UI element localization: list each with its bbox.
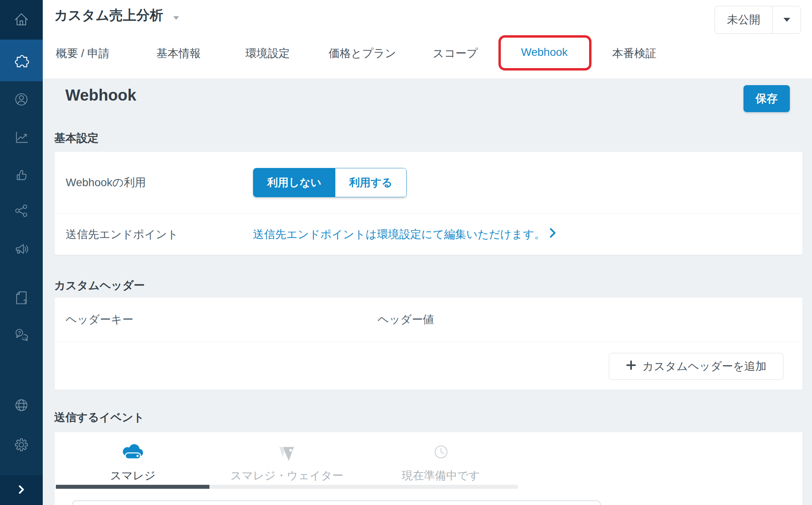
tab-environment-settings[interactable]: 環境設定	[245, 46, 290, 61]
svg-text:?: ?	[23, 298, 27, 305]
basic-settings-heading: 基本設定	[54, 131, 99, 146]
event-tab-smaregi-label: スマレジ	[110, 468, 156, 485]
tab-scope[interactable]: スコープ	[433, 46, 478, 61]
event-tab-inactive-indicator	[209, 485, 518, 489]
event-list-container	[72, 500, 601, 505]
smaregi-cloud-icon	[120, 440, 146, 463]
events-heading: 送信するイベント	[54, 410, 145, 425]
document-question-icon: ?	[12, 289, 30, 309]
user-icon	[12, 90, 30, 110]
sidebar-item-reviews[interactable]	[0, 166, 43, 185]
app-root: ? ?	[0, 0, 812, 505]
event-tab-smaregi-waiter-label: スマレジ・ウェイター	[230, 468, 343, 485]
svg-text:?: ?	[18, 330, 21, 336]
webhook-usage-row: Webhookの利用 利用しない 利用する	[55, 152, 802, 213]
chat-question-icon: ?	[12, 326, 30, 346]
webhook-usage-toggle: 利用しない 利用する	[253, 168, 407, 197]
gear-icon	[12, 436, 30, 455]
events-card: スマレジ スマレジ・ウェイター 現在準備中です	[54, 432, 803, 505]
custom-header-columns-row: ヘッダーキー ヘッダー値	[55, 297, 802, 342]
sidebar-item-settings[interactable]	[0, 436, 43, 455]
endpoint-settings-link[interactable]: 送信先エンドポイントは環境設定にて編集いただけます。	[253, 227, 556, 242]
sidebar-item-home[interactable]	[0, 0, 43, 40]
endpoint-label: 送信先エンドポイント	[66, 227, 253, 242]
webhook-usage-label: Webhookの利用	[66, 175, 253, 190]
event-tab-coming-soon[interactable]: 現在準備中です	[364, 432, 518, 485]
share-icon	[12, 201, 30, 221]
thumbs-up-icon	[12, 166, 30, 185]
custom-header-heading: カスタムヘッダー	[54, 278, 145, 293]
add-custom-header-label: カスタムヘッダーを追加	[643, 359, 766, 374]
tab-pricing-plans[interactable]: 価格とプラン	[329, 46, 396, 61]
puzzle-icon	[11, 50, 31, 71]
event-tab-smaregi[interactable]: スマレジ	[56, 432, 210, 485]
chevron-right-icon	[550, 228, 556, 241]
toggle-option-enable[interactable]: 利用する	[335, 168, 406, 197]
endpoint-link-text: 送信先エンドポイントは環境設定にて編集いただけます。	[253, 227, 546, 242]
sidebar-item-share[interactable]	[0, 201, 43, 221]
sidebar: ? ?	[0, 0, 43, 505]
line-chart-icon	[12, 128, 30, 148]
plus-icon	[626, 360, 636, 373]
globe-icon	[12, 396, 30, 416]
custom-header-card: ヘッダーキー ヘッダー値 カスタムヘッダーを追加	[54, 297, 803, 390]
endpoint-row: 送信先エンドポイント 送信先エンドポイントは環境設定にて編集いただけます。	[55, 213, 802, 255]
header-key-column-label: ヘッダーキー	[66, 297, 133, 342]
tab-overview-application[interactable]: 概要 / 申請	[56, 46, 109, 61]
event-tab-smaregi-waiter[interactable]: スマレジ・ウェイター	[210, 432, 364, 485]
sidebar-item-language[interactable]	[0, 396, 43, 416]
sidebar-item-account[interactable]	[0, 90, 43, 110]
waiter-logo-icon	[278, 446, 296, 463]
event-tab-coming-soon-label: 現在準備中です	[402, 468, 480, 485]
chevron-right-icon	[15, 483, 28, 498]
app-tab-bar: 概要 / 申請 基本情報 環境設定 価格とプラン スコープ Webhook 本番…	[43, 0, 812, 78]
sidebar-item-apps-active[interactable]	[0, 40, 43, 81]
page-title: Webhook	[65, 86, 136, 104]
sidebar-item-announcements[interactable]	[0, 240, 43, 260]
topbar: カスタム売上分析 未公開 概要 / 申請 基本情報 環境設定 価格とプラン スコ…	[43, 0, 812, 78]
tab-production-verification[interactable]: 本番検証	[612, 46, 656, 61]
tab-basic-info[interactable]: 基本情報	[156, 46, 201, 61]
add-custom-header-button[interactable]: カスタムヘッダーを追加	[609, 353, 783, 380]
tab-webhook-label: Webhook	[521, 46, 568, 58]
header-value-column-label: ヘッダー値	[378, 297, 434, 342]
sidebar-item-docs-help[interactable]: ?	[0, 289, 43, 309]
tab-webhook[interactable]: Webhook	[521, 46, 568, 59]
megaphone-icon	[12, 240, 30, 260]
basic-settings-card: Webhookの利用 利用しない 利用する 送信先エンドポイント 送信先エンドポ…	[54, 151, 803, 255]
clock-icon	[431, 442, 451, 463]
sidebar-item-support-chat[interactable]: ?	[0, 326, 43, 346]
home-icon	[12, 10, 30, 30]
sidebar-collapse-button[interactable]	[0, 475, 43, 505]
sidebar-item-analytics[interactable]	[0, 128, 43, 148]
toggle-option-disable[interactable]: 利用しない	[253, 168, 335, 197]
event-tab-active-indicator	[56, 485, 209, 489]
save-button[interactable]: 保存	[744, 85, 790, 112]
custom-header-add-row: カスタムヘッダーを追加	[55, 342, 802, 390]
